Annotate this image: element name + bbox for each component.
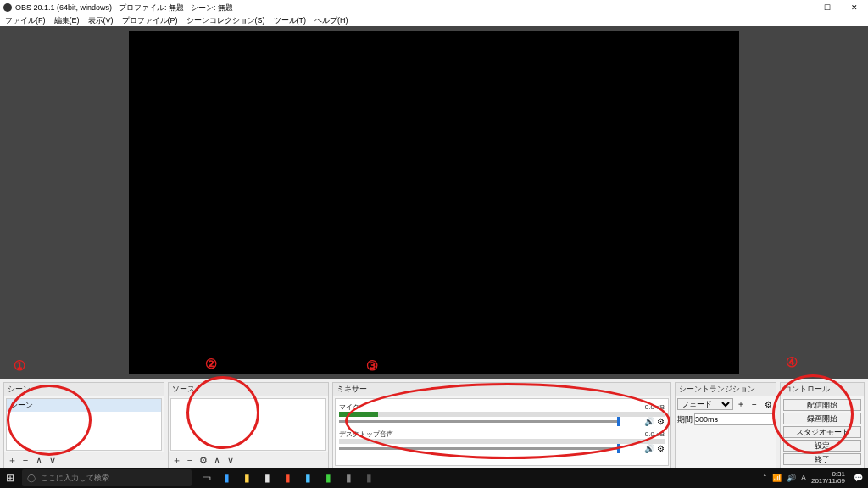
taskbar-app-icon[interactable]: ▮ — [339, 469, 358, 487]
titlebar: OBS 20.1.1 (64bit, windows) - プロファイル: 無題… — [0, 0, 868, 15]
taskbar-clock[interactable]: 0:31 2017/11/09 — [811, 471, 849, 485]
mixer-volume-slider[interactable] — [339, 447, 620, 450]
clock-date: 2017/11/09 — [811, 478, 845, 485]
window-title: OBS 20.1.1 (64bit, windows) - プロファイル: 無題… — [15, 3, 233, 14]
mixer-channel: デスクトップ音声 0.0 dB 🔊 ⚙ — [336, 428, 668, 455]
transitions-dock: シーントランジション フェード ＋ − ⚙ 期間 — [675, 382, 776, 469]
sources-dock: ソース ＋ − ⚙ ∧ ∨ — [168, 382, 329, 469]
source-up-button[interactable]: ∧ — [211, 454, 223, 466]
source-down-button[interactable]: ∨ — [225, 454, 236, 466]
mixer-db-label: 0.0 dB — [645, 430, 665, 438]
taskbar-app-icon[interactable]: ▮ — [359, 469, 378, 487]
close-button[interactable]: ✕ — [841, 0, 868, 15]
tray-volume-icon[interactable]: 🔊 — [787, 474, 796, 482]
settings-button[interactable]: 設定 — [783, 440, 861, 452]
remove-transition-button[interactable]: − — [748, 398, 760, 410]
menu-bar: ファイル(F) 編集(E) 表示(V) プロファイル(P) シーンコレクション(… — [0, 15, 868, 26]
start-streaming-button[interactable]: 配信開始 — [783, 399, 861, 411]
mixer-db-label: 0.0 dB — [645, 403, 665, 411]
mixer-title: ミキサー — [333, 383, 670, 396]
scenes-dock: シーン シーン ＋ − ∧ ∨ — [3, 382, 164, 469]
preview-canvas[interactable] — [129, 30, 739, 374]
menu-file[interactable]: ファイル(F) — [5, 15, 46, 26]
taskbar-search[interactable]: ◯ ここに入力して検索 — [22, 469, 192, 486]
annotation-number-3: ③ — [366, 358, 378, 374]
scene-up-button[interactable]: ∧ — [33, 454, 45, 466]
studio-mode-button[interactable]: スタジオモード — [783, 426, 861, 438]
source-settings-button[interactable]: ⚙ — [198, 454, 209, 466]
add-scene-button[interactable]: ＋ — [6, 454, 18, 466]
taskbar-app-icon[interactable]: ▮ — [298, 469, 317, 487]
remove-source-button[interactable]: − — [184, 454, 196, 466]
exit-button[interactable]: 終了 — [783, 453, 861, 465]
mixer-channel-name: マイク — [339, 402, 359, 412]
controls-dock: コントロール 配信開始 録画開始 スタジオモード 設定 終了 — [780, 382, 865, 469]
taskbar-app-icon[interactable]: ▮ — [258, 469, 276, 487]
mixer-volume-slider[interactable] — [339, 420, 620, 423]
duration-label: 期間 — [677, 414, 693, 425]
menu-view[interactable]: 表示(V) — [88, 15, 114, 26]
menu-edit[interactable]: 編集(E) — [54, 15, 80, 26]
mixer-channel-name: デスクトップ音声 — [339, 430, 393, 439]
add-source-button[interactable]: ＋ — [170, 454, 182, 466]
preview-area — [0, 26, 868, 379]
tray-chevron-icon[interactable]: ˄ — [763, 474, 767, 482]
add-transition-button[interactable]: ＋ — [735, 398, 747, 410]
taskbar-app-icon[interactable]: ▮ — [237, 469, 256, 487]
sources-list[interactable] — [170, 398, 326, 451]
taskbar-app-icon[interactable]: ▮ — [217, 469, 236, 487]
scene-item[interactable]: シーン — [7, 399, 161, 412]
tray-ime-icon[interactable]: A — [801, 474, 806, 482]
task-view-icon[interactable]: ▭ — [197, 469, 215, 487]
minimize-button[interactable]: ─ — [787, 0, 814, 15]
transition-select[interactable]: フェード — [677, 398, 733, 410]
sources-title: ソース — [169, 383, 328, 396]
taskbar-app-icon[interactable]: ▮ — [278, 469, 297, 487]
menu-profile[interactable]: プロファイル(P) — [122, 15, 178, 26]
annotation-number-1: ① — [14, 358, 25, 374]
transitions-title: シーントランジション — [676, 383, 776, 396]
scene-down-button[interactable]: ∨ — [47, 454, 58, 466]
mixer-channel: マイク 0.0 dB 🔊 ⚙ — [336, 401, 668, 428]
duration-input[interactable] — [694, 413, 774, 425]
gear-icon[interactable]: ⚙ — [657, 444, 665, 453]
taskbar-app-icon[interactable]: ▮ — [319, 469, 337, 487]
scenes-title: シーン — [4, 383, 164, 396]
mixer-dock: ミキサー マイク 0.0 dB — [332, 382, 671, 469]
speaker-icon[interactable]: 🔊 — [644, 417, 654, 426]
annotation-number-2: ② — [205, 356, 217, 372]
maximize-button[interactable]: ☐ — [814, 0, 841, 15]
start-recording-button[interactable]: 録画開始 — [783, 413, 861, 424]
remove-scene-button[interactable]: − — [19, 454, 31, 466]
transition-settings-button[interactable]: ⚙ — [762, 398, 774, 410]
action-center-icon[interactable]: 💬 — [854, 474, 863, 482]
menu-scene-collection[interactable]: シーンコレクション(S) — [186, 15, 265, 26]
scenes-list[interactable]: シーン — [6, 398, 162, 451]
cortana-icon: ◯ — [27, 474, 36, 482]
controls-title: コントロール — [781, 383, 864, 396]
tray-network-icon[interactable]: 📶 — [772, 474, 782, 482]
menu-help[interactable]: ヘルプ(H) — [314, 15, 348, 26]
app-icon — [3, 3, 12, 12]
start-button[interactable]: ⊞ — [0, 468, 20, 488]
gear-icon[interactable]: ⚙ — [657, 417, 665, 426]
annotation-number-4: ④ — [786, 354, 798, 370]
speaker-icon[interactable]: 🔊 — [644, 444, 654, 453]
menu-tools[interactable]: ツール(T) — [274, 15, 307, 26]
mixer-meter — [339, 439, 665, 444]
search-placeholder: ここに入力して検索 — [41, 473, 109, 484]
mixer-meter — [339, 412, 665, 417]
taskbar: ⊞ ◯ ここに入力して検索 ▭ ▮ ▮ ▮ ▮ ▮ ▮ ▮ ▮ ˄ 📶 🔊 A … — [0, 468, 868, 488]
